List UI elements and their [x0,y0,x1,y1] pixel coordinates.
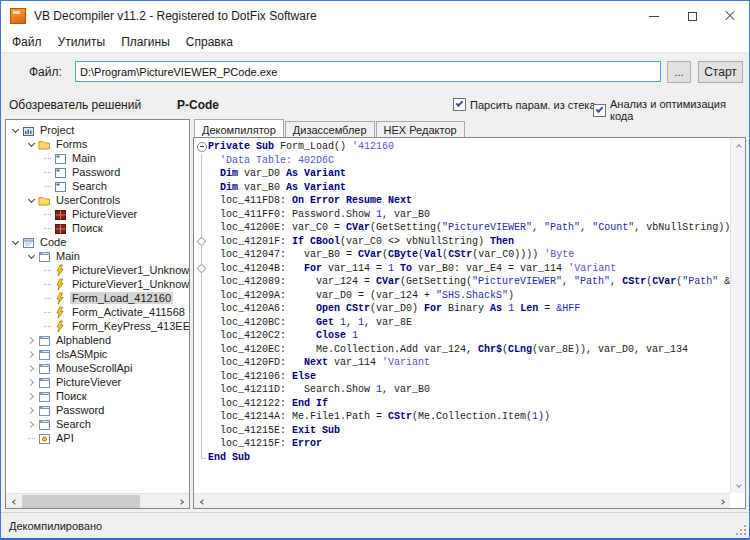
checkmark-icon [456,99,464,107]
code-line: loc_4120A6: Open CStr(var_D0) For Binary… [195,302,730,316]
expander-closed-icon[interactable] [26,405,37,416]
code-panel: ДекомпиляторДизассемблерHEX Редактор Pri… [193,119,746,509]
method-icon [54,292,67,305]
expander-closed-icon[interactable] [26,377,37,388]
tree-item-usercontrols[interactable]: UserControls [6,193,189,207]
tree-item-code[interactable]: Code [6,235,189,249]
tree-item-label: clsASMpic [54,348,109,360]
close-button[interactable] [711,1,749,31]
code-line: Private Sub Form_Load() '412160 [195,140,730,154]
fold-collapse-icon[interactable] [195,140,208,154]
module-icon [38,334,51,347]
fold-guide-line [195,167,208,181]
decompiler-editor[interactable]: Private Sub Form_Load() '412160 'Data Ta… [193,137,746,509]
tree-item-label: Password [70,166,122,178]
fold-guide-line [195,329,208,343]
scroll-right-arrow-icon[interactable] [715,494,730,509]
tree-item-pictureviever[interactable]: PictureViever [6,207,189,221]
tree-item-password[interactable]: Password [6,165,189,179]
tree-connector [26,433,37,444]
expander-closed-icon[interactable] [26,335,37,346]
tree-item-mousescrollapi[interactable]: MouseScrollApi [6,361,189,375]
expander-open-icon[interactable] [26,195,37,206]
tree-horizontal-scrollbar[interactable] [6,493,189,508]
expander-open-icon[interactable] [10,125,21,136]
fold-guide-line [195,424,208,438]
parse-params-checkbox[interactable]: Парсить парам. из стека [453,98,596,111]
tree-item-form-load-412160[interactable]: Form_Load_412160 [6,291,189,305]
tree-item-main[interactable]: Main [6,151,189,165]
maximize-icon [688,12,697,21]
module-icon [38,404,51,417]
resize-grip[interactable] [736,525,746,535]
menu-item-файл[interactable]: Файл [4,33,50,51]
tab-hex-редактор[interactable]: HEX Редактор [376,121,465,137]
tree-item-alphablend[interactable]: Alphablend [6,333,189,347]
tab-декомпилятор[interactable]: Декомпилятор [194,119,284,137]
maximize-button[interactable] [673,1,711,31]
parse-params-label: Парсить парам. из стека [470,99,596,111]
expander-closed-icon[interactable] [26,363,37,374]
tree-item-forms[interactable]: Forms [6,137,189,151]
tree-item-label: UserControls [54,194,122,206]
tree-item-pictureviever[interactable]: PictureViever [6,375,189,389]
start-button[interactable]: Старт [698,61,743,83]
fold-diamond-icon[interactable] [195,262,208,276]
scroll-right-arrow-icon[interactable] [174,494,189,509]
tree-item-label: Search [54,418,93,430]
code-line: Dim var_B0 As Variant [195,181,730,195]
scroll-left-arrow-icon[interactable] [6,494,21,509]
menu-item-справка[interactable]: Справка [178,33,241,51]
module-icon [38,418,51,431]
checkmark-icon [596,105,604,113]
expander-open-icon[interactable] [26,251,37,262]
tree-item-api[interactable]: API [6,431,189,445]
fold-guide-line [195,221,208,235]
scroll-down-arrow-icon[interactable] [731,478,746,493]
tree-item-поиск[interactable]: Поиск [6,221,189,235]
tree-item-project[interactable]: Project [6,123,189,137]
code-line: loc_412106: Else [195,370,730,384]
expander-closed-icon[interactable] [26,419,37,430]
chevron-down-icon [28,139,35,146]
expander-closed-icon[interactable] [26,391,37,402]
browse-button[interactable]: ... [667,61,691,83]
module-icon [38,348,51,361]
fold-guide-line [195,181,208,195]
tree-item-поиск[interactable]: Поиск [6,389,189,403]
tree-item-search[interactable]: Search [6,179,189,193]
tree-item-pictureviever1-unknowneven[interactable]: PictureViever1_UnknownEven [6,277,189,291]
tree-item-clsasmpic[interactable]: clsASMpic [6,347,189,361]
tree-item-pictureviever1-unknowneven[interactable]: PictureViever1_UnknownEven [6,263,189,277]
dash-icon [44,312,51,313]
code-line: loc_412047: var_B0 = CVar(CByte(Val(CStr… [195,248,730,262]
menu-item-утилиты[interactable]: Утилиты [50,33,114,51]
chevron-right-icon [27,378,34,385]
tab-дизассемблер[interactable]: Дизассемблер [285,121,375,137]
tree-item-form-keypress-413ee8[interactable]: Form_KeyPress_413EE8 [6,319,189,333]
minimize-button[interactable] [635,1,673,31]
file-path-input[interactable] [75,61,661,82]
code-horizontal-scrollbar[interactable] [194,493,730,508]
expander-open-icon[interactable] [10,237,21,248]
chevron-down-icon [28,251,35,258]
code-text: loc_41215E: Exit Sub [208,424,340,438]
tree-item-password[interactable]: Password [6,403,189,417]
method-icon [54,306,67,319]
code-vertical-scrollbar[interactable] [730,138,745,493]
code-text: loc_412089: var_124 = CVar(GetSetting("P… [208,275,730,289]
tree-item-label: Main [54,250,82,262]
code-line: loc_41215F: Error [195,437,730,451]
menu-item-плагины[interactable]: Плагины [113,33,178,51]
tree-item-search[interactable]: Search [6,417,189,431]
expander-open-icon[interactable] [26,139,37,150]
scroll-up-arrow-icon[interactable] [731,138,746,153]
tree-item-main[interactable]: Main [6,249,189,263]
fold-diamond-icon[interactable] [195,235,208,249]
fold-guide-line [195,208,208,222]
expander-closed-icon[interactable] [26,349,37,360]
tree-scrollbar-thumb[interactable] [22,495,140,508]
tree-item-form-activate-411568[interactable]: Form_Activate_411568 [6,305,189,319]
code-line: loc_4120FD: Next var_114 'Variant [195,356,730,370]
scroll-left-arrow-icon[interactable] [194,494,209,509]
